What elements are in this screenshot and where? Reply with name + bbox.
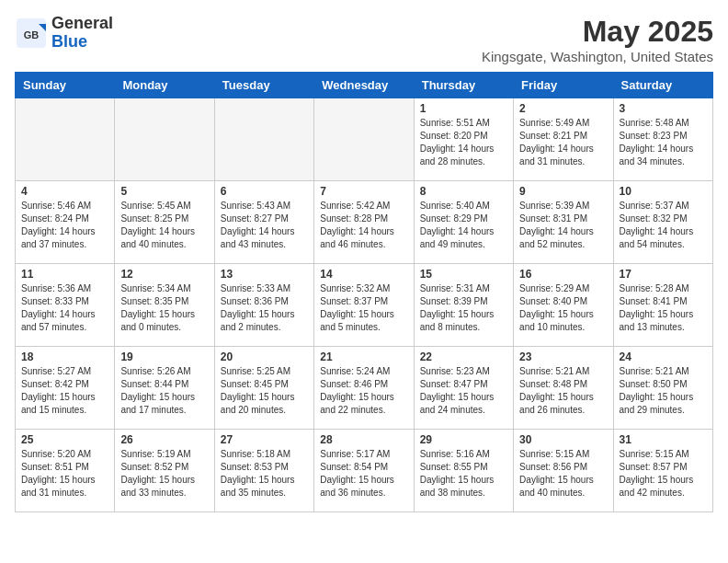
day-info: Sunrise: 5:21 AM Sunset: 8:48 PM Dayligh… bbox=[519, 365, 607, 417]
table-row: 11Sunrise: 5:36 AM Sunset: 8:33 PM Dayli… bbox=[16, 264, 115, 347]
table-row: 26Sunrise: 5:19 AM Sunset: 8:52 PM Dayli… bbox=[115, 430, 214, 512]
day-number: 2 bbox=[519, 102, 607, 115]
day-number: 24 bbox=[620, 350, 707, 363]
day-info: Sunrise: 5:39 AM Sunset: 8:31 PM Dayligh… bbox=[519, 200, 607, 251]
day-info: Sunrise: 5:49 AM Sunset: 8:21 PM Dayligh… bbox=[519, 117, 607, 168]
day-number: 9 bbox=[519, 185, 607, 198]
logo-blue-text: Blue bbox=[51, 32, 87, 51]
day-info: Sunrise: 5:32 AM Sunset: 8:37 PM Dayligh… bbox=[320, 282, 407, 334]
day-number: 30 bbox=[519, 433, 607, 446]
table-row: 19Sunrise: 5:26 AM Sunset: 8:44 PM Dayli… bbox=[115, 347, 214, 430]
day-number: 11 bbox=[21, 268, 108, 281]
table-row: 23Sunrise: 5:21 AM Sunset: 8:48 PM Dayli… bbox=[514, 347, 613, 430]
day-number: 28 bbox=[320, 433, 407, 446]
table-row: 24Sunrise: 5:21 AM Sunset: 8:50 PM Dayli… bbox=[613, 347, 712, 430]
calendar-week-3: 11Sunrise: 5:36 AM Sunset: 8:33 PM Dayli… bbox=[16, 264, 713, 347]
day-number: 3 bbox=[620, 102, 707, 115]
day-info: Sunrise: 5:29 AM Sunset: 8:40 PM Dayligh… bbox=[519, 282, 607, 334]
day-info: Sunrise: 5:21 AM Sunset: 8:50 PM Dayligh… bbox=[620, 365, 707, 417]
day-number: 16 bbox=[519, 268, 607, 281]
table-row: 9Sunrise: 5:39 AM Sunset: 8:31 PM Daylig… bbox=[514, 181, 613, 264]
table-row: 27Sunrise: 5:18 AM Sunset: 8:53 PM Dayli… bbox=[214, 430, 313, 512]
table-row: 16Sunrise: 5:29 AM Sunset: 8:40 PM Dayli… bbox=[514, 264, 613, 347]
table-row: 22Sunrise: 5:23 AM Sunset: 8:47 PM Dayli… bbox=[414, 347, 513, 430]
table-row: 30Sunrise: 5:15 AM Sunset: 8:56 PM Dayli… bbox=[514, 430, 613, 512]
calendar-week-4: 18Sunrise: 5:27 AM Sunset: 8:42 PM Dayli… bbox=[16, 347, 713, 430]
day-number: 6 bbox=[221, 185, 308, 198]
table-row: 3Sunrise: 5:48 AM Sunset: 8:23 PM Daylig… bbox=[613, 98, 712, 181]
day-info: Sunrise: 5:17 AM Sunset: 8:54 PM Dayligh… bbox=[320, 448, 407, 500]
day-number: 7 bbox=[320, 185, 407, 198]
location: Kingsgate, Washington, United States bbox=[482, 49, 713, 64]
day-number: 10 bbox=[620, 185, 707, 198]
table-row: 1Sunrise: 5:51 AM Sunset: 8:20 PM Daylig… bbox=[414, 98, 513, 181]
day-number: 8 bbox=[420, 185, 507, 198]
table-row: 13Sunrise: 5:33 AM Sunset: 8:36 PM Dayli… bbox=[214, 264, 313, 347]
day-info: Sunrise: 5:19 AM Sunset: 8:52 PM Dayligh… bbox=[120, 448, 208, 500]
table-row: 2Sunrise: 5:49 AM Sunset: 8:21 PM Daylig… bbox=[514, 98, 613, 181]
day-number: 15 bbox=[420, 268, 507, 281]
table-row: 17Sunrise: 5:28 AM Sunset: 8:41 PM Dayli… bbox=[613, 264, 712, 347]
day-info: Sunrise: 5:16 AM Sunset: 8:55 PM Dayligh… bbox=[420, 448, 507, 500]
day-info: Sunrise: 5:36 AM Sunset: 8:33 PM Dayligh… bbox=[21, 282, 108, 334]
day-info: Sunrise: 5:45 AM Sunset: 8:25 PM Dayligh… bbox=[120, 200, 208, 251]
table-row: 8Sunrise: 5:40 AM Sunset: 8:29 PM Daylig… bbox=[414, 181, 513, 264]
day-info: Sunrise: 5:42 AM Sunset: 8:28 PM Dayligh… bbox=[320, 200, 407, 251]
table-row: 6Sunrise: 5:43 AM Sunset: 8:27 PM Daylig… bbox=[214, 181, 313, 264]
logo-general-text: General bbox=[51, 14, 113, 32]
day-info: Sunrise: 5:18 AM Sunset: 8:53 PM Dayligh… bbox=[221, 448, 308, 500]
header-tuesday: Tuesday bbox=[214, 73, 313, 98]
day-number: 29 bbox=[420, 433, 507, 446]
header-friday: Friday bbox=[514, 73, 613, 98]
table-row: 15Sunrise: 5:31 AM Sunset: 8:39 PM Dayli… bbox=[414, 264, 513, 347]
day-info: Sunrise: 5:15 AM Sunset: 8:56 PM Dayligh… bbox=[519, 448, 607, 500]
header-monday: Monday bbox=[115, 73, 214, 98]
calendar-table: Sunday Monday Tuesday Wednesday Thursday… bbox=[15, 72, 713, 512]
svg-text:GB: GB bbox=[24, 29, 40, 40]
day-info: Sunrise: 5:24 AM Sunset: 8:46 PM Dayligh… bbox=[320, 365, 407, 417]
day-info: Sunrise: 5:31 AM Sunset: 8:39 PM Dayligh… bbox=[420, 282, 507, 334]
calendar-week-5: 25Sunrise: 5:20 AM Sunset: 8:51 PM Dayli… bbox=[16, 430, 713, 512]
day-number: 27 bbox=[221, 433, 308, 446]
day-info: Sunrise: 5:23 AM Sunset: 8:47 PM Dayligh… bbox=[420, 365, 507, 417]
table-row bbox=[115, 98, 214, 181]
day-number: 5 bbox=[120, 185, 208, 198]
day-number: 1 bbox=[420, 102, 507, 115]
table-row: 21Sunrise: 5:24 AM Sunset: 8:46 PM Dayli… bbox=[314, 347, 414, 430]
day-info: Sunrise: 5:34 AM Sunset: 8:35 PM Dayligh… bbox=[120, 282, 208, 334]
day-info: Sunrise: 5:43 AM Sunset: 8:27 PM Dayligh… bbox=[221, 200, 308, 251]
header-saturday: Saturday bbox=[613, 73, 712, 98]
table-row: 7Sunrise: 5:42 AM Sunset: 8:28 PM Daylig… bbox=[314, 181, 414, 264]
day-info: Sunrise: 5:28 AM Sunset: 8:41 PM Dayligh… bbox=[620, 282, 707, 334]
table-row: 5Sunrise: 5:45 AM Sunset: 8:25 PM Daylig… bbox=[115, 181, 214, 264]
day-info: Sunrise: 5:51 AM Sunset: 8:20 PM Dayligh… bbox=[420, 117, 507, 168]
table-row: 4Sunrise: 5:46 AM Sunset: 8:24 PM Daylig… bbox=[16, 181, 115, 264]
table-row bbox=[16, 98, 115, 181]
day-number: 26 bbox=[120, 433, 208, 446]
table-row: 29Sunrise: 5:16 AM Sunset: 8:55 PM Dayli… bbox=[414, 430, 513, 512]
header-thursday: Thursday bbox=[414, 73, 513, 98]
table-row: 18Sunrise: 5:27 AM Sunset: 8:42 PM Dayli… bbox=[16, 347, 115, 430]
day-number: 17 bbox=[620, 268, 707, 281]
day-number: 23 bbox=[519, 350, 607, 363]
day-info: Sunrise: 5:27 AM Sunset: 8:42 PM Dayligh… bbox=[21, 365, 108, 417]
page-header: GB General Blue May 2025 Kingsgate, Wash… bbox=[15, 15, 713, 64]
day-number: 22 bbox=[420, 350, 507, 363]
day-info: Sunrise: 5:48 AM Sunset: 8:23 PM Dayligh… bbox=[620, 117, 707, 168]
header-sunday: Sunday bbox=[16, 73, 115, 98]
table-row: 28Sunrise: 5:17 AM Sunset: 8:54 PM Dayli… bbox=[314, 430, 414, 512]
day-number: 4 bbox=[21, 185, 108, 198]
day-info: Sunrise: 5:40 AM Sunset: 8:29 PM Dayligh… bbox=[420, 200, 507, 251]
table-row: 12Sunrise: 5:34 AM Sunset: 8:35 PM Dayli… bbox=[115, 264, 214, 347]
day-info: Sunrise: 5:26 AM Sunset: 8:44 PM Dayligh… bbox=[120, 365, 208, 417]
day-number: 13 bbox=[221, 268, 308, 281]
title-block: May 2025 Kingsgate, Washington, United S… bbox=[482, 15, 713, 64]
day-number: 14 bbox=[320, 268, 407, 281]
day-number: 12 bbox=[120, 268, 208, 281]
day-info: Sunrise: 5:33 AM Sunset: 8:36 PM Dayligh… bbox=[221, 282, 308, 334]
day-number: 25 bbox=[21, 433, 108, 446]
table-row bbox=[214, 98, 313, 181]
day-number: 21 bbox=[320, 350, 407, 363]
day-number: 31 bbox=[620, 433, 707, 446]
calendar-header-row: Sunday Monday Tuesday Wednesday Thursday… bbox=[16, 73, 713, 98]
